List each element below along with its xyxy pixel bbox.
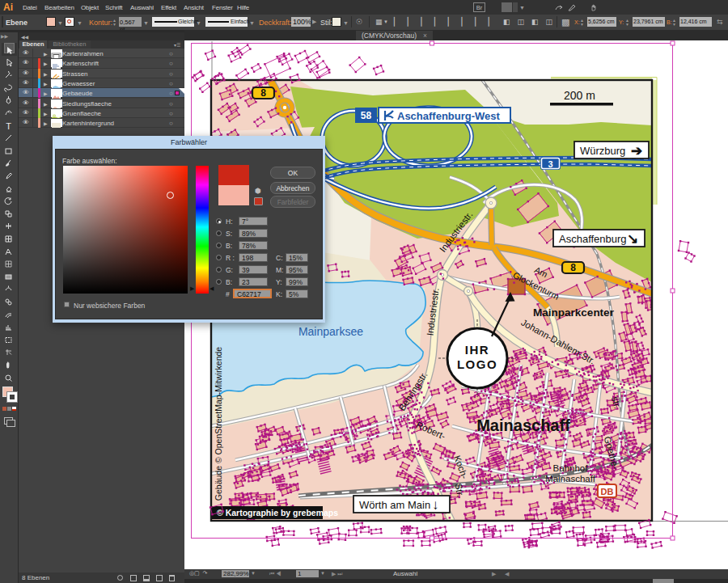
svg-text:3: 3 — [548, 159, 552, 169]
svg-text:↓: ↓ — [432, 497, 439, 513]
svg-text:T: T — [6, 121, 11, 130]
svg-text:58: 58 — [361, 110, 372, 121]
svg-text:© Kartographie by grebemaps: © Kartographie by grebemaps — [217, 508, 338, 518]
svg-text:Mainaschaff: Mainaschaff — [545, 474, 596, 484]
svg-text:IHR: IHR — [465, 343, 489, 357]
svg-text:DB: DB — [601, 487, 614, 496]
svg-text:Wörth am Main: Wörth am Main — [359, 499, 430, 511]
svg-text:↘: ↘ — [627, 231, 638, 247]
svg-text:LOGO: LOGO — [457, 357, 497, 371]
svg-text:8: 8 — [260, 87, 266, 99]
svg-text:Mainaschaff: Mainaschaff — [476, 416, 570, 434]
svg-text:Mainparksee: Mainparksee — [298, 325, 363, 338]
svg-text:Würzburg: Würzburg — [580, 145, 625, 157]
svg-text:Aschaffenburg-West: Aschaffenburg-West — [397, 110, 501, 122]
svg-text:Gebäude © OpenStreetMap-Mitwir: Gebäude © OpenStreetMap-Mitwirkende — [214, 347, 223, 501]
svg-text:8: 8 — [570, 262, 576, 273]
svg-text:➔: ➔ — [631, 143, 642, 158]
svg-text:200 m: 200 m — [564, 89, 595, 102]
svg-text:Aschaffenburg: Aschaffenburg — [559, 233, 627, 245]
svg-text:Bahnhof: Bahnhof — [553, 463, 589, 473]
svg-text:Mainparkcenter: Mainparkcenter — [533, 306, 615, 319]
